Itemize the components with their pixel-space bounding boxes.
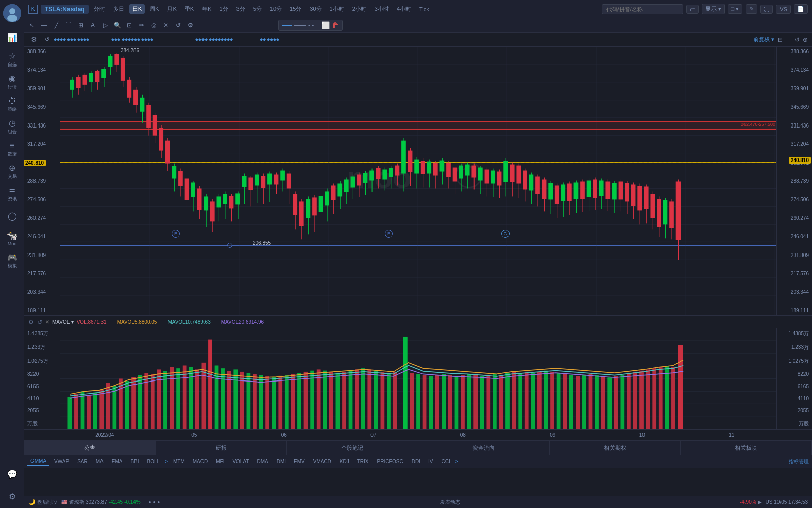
tab-1h[interactable]: 1小时: [327, 4, 347, 14]
ind-vmacd[interactable]: VMACD: [310, 458, 334, 465]
search-input[interactable]: [602, 4, 683, 14]
cursor-tool[interactable]: ↖: [26, 20, 38, 31]
doc-btn[interactable]: 📄: [794, 4, 808, 14]
ind-dma[interactable]: DMA: [254, 458, 271, 465]
sidebar-item-settings[interactable]: ⚙: [2, 487, 22, 507]
chart-view-btn1[interactable]: ⊟: [777, 36, 783, 43]
layout-btn[interactable]: 🗃: [686, 5, 699, 14]
sidebar-item-community[interactable]: ◯: [2, 206, 22, 227]
delete-tool[interactable]: ✕: [160, 20, 172, 31]
ind-priceosc[interactable]: PRICEOSC: [374, 458, 407, 465]
ind-ma[interactable]: MA: [93, 458, 107, 465]
tab-15m[interactable]: 15分: [287, 4, 304, 14]
tab-tick[interactable]: Tick: [416, 5, 432, 13]
sidebar-item-message[interactable]: 💬: [2, 464, 22, 485]
ind-ddi[interactable]: DDI: [409, 458, 423, 465]
volume-chart[interactable]: 1.4385万 1.233万 1.0275万 8220 6165 4110 20…: [24, 328, 812, 430]
ind-mfi[interactable]: MFI: [213, 458, 227, 465]
line-style-dash2[interactable]: - -: [308, 22, 314, 29]
sidebar-item-strategy[interactable]: ⏱ 策略: [2, 94, 22, 115]
line-style-dash1[interactable]: ——: [294, 22, 306, 29]
tab-duori[interactable]: 多日: [110, 4, 127, 14]
avatar[interactable]: [3, 4, 21, 22]
fullscreen-btn[interactable]: ⛶: [760, 5, 773, 14]
diagonal-tool[interactable]: ╱: [51, 20, 62, 31]
vol-close-btn[interactable]: ✕: [45, 319, 49, 325]
ind-kdj[interactable]: KDJ: [336, 458, 352, 465]
tab-jik[interactable]: 季K: [182, 4, 197, 14]
sidebar-item-portfolio[interactable]: ◷ 组合: [2, 117, 22, 137]
chart-draw-area[interactable]: moo 384.286 262.470-257.500 206.855: [60, 47, 776, 315]
tab-1m[interactable]: 1分: [216, 4, 231, 14]
sidebar-item-trade[interactable]: ⊕ 交易: [2, 162, 22, 182]
tab-cashflow[interactable]: 资金流向: [418, 441, 550, 455]
tab-research[interactable]: 研报: [156, 441, 287, 455]
tab-fenshi[interactable]: 分时: [91, 4, 108, 14]
fuyiquan-btn[interactable]: 前复权 ▾: [753, 36, 774, 43]
line-style-solid[interactable]: [282, 25, 292, 26]
tab-30m[interactable]: 30分: [307, 4, 324, 14]
tab-niank[interactable]: 年K: [199, 4, 214, 14]
ind-emv[interactable]: EMV: [291, 458, 308, 465]
chart-view-btn4[interactable]: ⊕: [803, 36, 808, 43]
ind-mtm[interactable]: MTM: [170, 458, 188, 465]
copy-tool[interactable]: ⬜: [321, 21, 330, 29]
ind-gmma[interactable]: GMMA: [27, 457, 49, 466]
tab-yuek[interactable]: 月K: [164, 4, 179, 14]
sidebar-item-data[interactable]: ≡ 数据: [2, 139, 22, 160]
arrow-tool[interactable]: ▷: [99, 20, 111, 31]
pencil-tool[interactable]: ✏: [136, 20, 147, 31]
measure-tool[interactable]: ⊡: [124, 20, 135, 31]
tab-3m[interactable]: 3分: [233, 4, 248, 14]
feed-item[interactable]: 发表动态: [440, 499, 460, 506]
shape-tool[interactable]: ⊞: [75, 20, 86, 31]
chart-settings-gear[interactable]: ⚙: [28, 34, 40, 45]
tab-related-options[interactable]: 相关期权: [550, 441, 681, 455]
tab-3h[interactable]: 3小时: [371, 4, 392, 14]
ind-vwap[interactable]: VWAP: [51, 458, 72, 465]
ind-manage-btn[interactable]: 指标管理: [789, 458, 809, 465]
vol-settings-gear[interactable]: ⚙: [28, 319, 34, 326]
chart-refresh-btn[interactable]: ↺: [41, 34, 52, 45]
ind-iv[interactable]: IV: [425, 458, 436, 465]
chart-view-btn2[interactable]: —: [786, 36, 792, 43]
ind-more-btn1[interactable]: >: [165, 459, 168, 464]
ind-sar[interactable]: SAR: [74, 458, 91, 465]
tab-4h[interactable]: 4小时: [394, 4, 414, 14]
tab-related-sector[interactable]: 相关板块: [681, 441, 812, 455]
vol-settings-refresh[interactable]: ↺: [37, 319, 42, 326]
price-chart[interactable]: 388.366 374.134 359.901 345.669 331.436 …: [24, 47, 812, 316]
sidebar-item-moo[interactable]: 🐄 Moo: [2, 229, 22, 249]
ind-trix[interactable]: TRIX: [354, 458, 372, 465]
tab-rik[interactable]: 日K: [129, 4, 145, 14]
ind-dmi[interactable]: DMI: [274, 458, 289, 465]
ind-more-btn2[interactable]: >: [455, 459, 458, 464]
sidebar-item-chart[interactable]: 📊: [2, 27, 22, 48]
tab-10m[interactable]: 10分: [267, 4, 285, 14]
tab-zhouk[interactable]: 周K: [147, 4, 162, 14]
settings-tool[interactable]: ⚙: [185, 20, 196, 31]
chart-view-btn3[interactable]: ↺: [795, 36, 800, 43]
draw-btn[interactable]: ✎: [746, 4, 757, 14]
zoom-tool[interactable]: 🔍: [112, 20, 123, 31]
ind-macd[interactable]: MACD: [190, 458, 211, 465]
ind-volat[interactable]: VOLAT: [229, 458, 252, 465]
line-tool[interactable]: —: [39, 20, 50, 31]
vol-indicator-label[interactable]: MAVOL ▾: [52, 319, 74, 325]
ind-ema[interactable]: EMA: [109, 458, 126, 465]
window-btn[interactable]: □ ▾: [728, 4, 743, 14]
tab-5m[interactable]: 5分: [250, 4, 265, 14]
tab-2h[interactable]: 2小时: [349, 4, 369, 14]
undo-tool[interactable]: ↺: [173, 20, 184, 31]
sidebar-item-market[interactable]: ◉ 行情: [2, 72, 22, 92]
vs-btn[interactable]: VS: [776, 5, 791, 14]
ind-boll[interactable]: BOLL: [144, 458, 163, 465]
display-btn[interactable]: 显示 ▾: [702, 4, 725, 14]
ind-cci[interactable]: CCI: [438, 458, 453, 465]
tab-announcement[interactable]: 公告: [24, 441, 156, 455]
symbol-label[interactable]: TSLA:Nasdaq: [41, 5, 89, 14]
trash-tool[interactable]: 🗑: [332, 21, 339, 29]
circle-tool[interactable]: ◎: [148, 20, 159, 31]
ind-bbi[interactable]: BBI: [127, 458, 142, 465]
text-tool[interactable]: A: [87, 20, 98, 31]
